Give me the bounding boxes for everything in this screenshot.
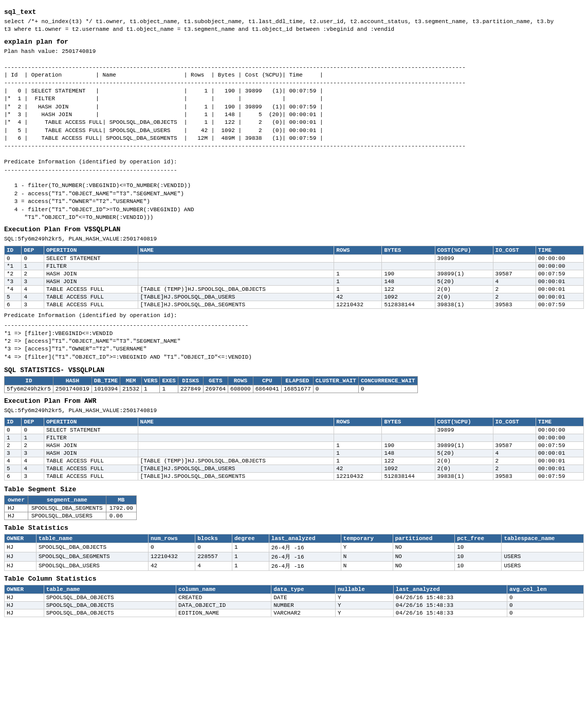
- col-stat-cell: 04/26/16 15:48:33: [393, 601, 507, 609]
- vsqlplan-pred-label: Predicate Information (identified by ope…: [4, 312, 584, 320]
- sql-stats-section: SQL STATISTICS- V$SQLPLAN IDHASHDB_TIMEM…: [4, 366, 584, 393]
- id-cell: 6: [5, 472, 22, 480]
- tbl-stat-cell: 10: [455, 552, 502, 561]
- id-cell: 0: [5, 254, 22, 262]
- name-cell: [138, 262, 334, 270]
- tbl-stat-cell: SPOOLSQL_DBA_SEGMENTS: [36, 552, 149, 561]
- dep-cell: 4: [22, 285, 44, 293]
- bytes-cell: 1092: [382, 293, 435, 301]
- vsqlplan-table: IDDEPOPERITIONNAMEROWSBYTESCOST(%CPU)IO_…: [4, 246, 584, 309]
- time-cell: 00:07:59: [536, 301, 583, 308]
- name-cell: [TABLE]HJ.SPOOLSQL_DBA_USERS: [138, 293, 334, 301]
- cost-cell: 2(0): [435, 465, 493, 472]
- cost-cell: 5(20): [435, 277, 493, 285]
- stat-cell: 1010394: [91, 385, 120, 393]
- column-header: OPERITION: [44, 246, 138, 254]
- vsqlplan-label: Execution Plan From V$SQLPLAN: [4, 226, 584, 233]
- vsqlplan-sql: SQL:5fy6m249h2kr5, PLAN_HASH_VALUE:25017…: [4, 235, 584, 243]
- seg-cell: 0.06: [106, 512, 136, 520]
- cost-cell: 39899(1): [435, 441, 493, 449]
- table-row: HJSPOOLSQL_DBA_OBJECTSEDITION_NAMEVARCHA…: [5, 609, 584, 617]
- column-header: ROWS: [334, 246, 382, 254]
- dep-cell: 0: [22, 426, 44, 434]
- rows-cell: 42: [334, 465, 382, 472]
- time-cell: 00:00:00: [536, 434, 583, 441]
- tbl-stat-cell: 10: [455, 543, 502, 552]
- io-cost-cell: 2: [493, 457, 536, 465]
- id-cell: *3: [5, 277, 22, 285]
- col-stat-cell: NUMBER: [271, 601, 336, 609]
- stat-cell: 0: [313, 385, 358, 393]
- column-header: degree: [232, 534, 269, 543]
- bytes-cell: 122: [382, 457, 435, 465]
- col-stats-table: OWNERtable_namecolumn_namedata_typenulla…: [4, 585, 584, 617]
- cost-cell: [435, 262, 493, 270]
- tbl-stat-cell: HJ: [5, 561, 36, 570]
- id-cell: 3: [5, 449, 22, 457]
- tbl-stats-table: OWNERtable_namenum_rowsblocksdegreelast_…: [4, 534, 584, 571]
- cost-cell: 39899: [435, 426, 493, 434]
- bytes-cell: 148: [382, 277, 435, 285]
- column-header: TIME: [536, 417, 583, 426]
- id-cell: 2: [5, 441, 22, 449]
- io-cost-cell: [493, 262, 536, 270]
- col-stat-cell: Y: [335, 601, 393, 609]
- stat-cell: 227849: [178, 385, 203, 393]
- cost-cell: 39899(1): [435, 270, 493, 277]
- column-header: column_name: [176, 585, 271, 594]
- col-stat-cell: VARCHAR2: [271, 609, 336, 617]
- tbl-stat-cell: 1: [232, 552, 269, 561]
- column-header: avg_col_len: [507, 585, 584, 594]
- col-stats-label: Table Column Statistics: [4, 575, 584, 583]
- col-stat-cell: SPOOLSQL_DBA_OBJECTS: [44, 609, 176, 617]
- seg-cell: SPOOLSQL_DBA_SEGMENTS: [28, 504, 106, 512]
- stat-cell: 6864041: [253, 385, 281, 393]
- column-header: CLUSTER_WAIT: [313, 377, 358, 385]
- op-cell: TABLE ACCESS FULL: [44, 465, 138, 472]
- awr-table: IDDEPOPERITIONNAMEROWSBYTESCOST(%CPU)IO_…: [4, 417, 584, 480]
- time-cell: 00:00:00: [536, 254, 583, 262]
- dep-cell: 3: [22, 472, 44, 480]
- op-cell: TABLE ACCESS FULL: [44, 293, 138, 301]
- column-header: ELAPSED: [281, 377, 313, 385]
- column-header: partitioned: [393, 534, 455, 543]
- table-row: *44TABLE ACCESS FULL[TABLE (TEMP)]HJ.SPO…: [5, 285, 584, 293]
- tbl-stat-cell: Y: [341, 543, 393, 552]
- seg-size-label: Table Segment Size: [4, 486, 584, 493]
- column-header: COST(%CPU): [435, 417, 493, 426]
- seg-cell: HJ: [5, 512, 28, 520]
- column-header: DB_TIME: [91, 377, 120, 385]
- col-stat-cell: Y: [335, 609, 393, 617]
- rows-cell: 1: [334, 285, 382, 293]
- awr-sql: SQL:5fy6m249h2kr5, PLAN_HASH_VALUE:25017…: [4, 407, 584, 415]
- awr-section: Execution Plan From AWR SQL:5fy6m249h2kr…: [4, 397, 584, 480]
- tbl-stat-cell: 10: [455, 561, 502, 570]
- column-header: num_rows: [148, 534, 195, 543]
- table-row: 00SELECT STATEMENT3989900:00:00: [5, 426, 584, 434]
- tbl-stat-cell: 42: [148, 561, 195, 570]
- tbl-stat-cell: N: [341, 552, 393, 561]
- io-cost-cell: 4: [493, 277, 536, 285]
- rows-cell: 1: [334, 449, 382, 457]
- tbl-stat-cell: 26-4月 -16: [269, 543, 341, 552]
- stat-cell: 16851677: [281, 385, 313, 393]
- bytes-cell: 148: [382, 449, 435, 457]
- column-header: ROWS: [228, 377, 253, 385]
- col-stat-cell: SPOOLSQL_DBA_OBJECTS: [44, 601, 176, 609]
- bytes-cell: 1092: [382, 465, 435, 472]
- column-header: GETS: [203, 377, 228, 385]
- column-header: IO_COST: [493, 246, 536, 254]
- seg-cell: 1792.00: [106, 504, 136, 512]
- bytes-cell: [382, 426, 435, 434]
- id-cell: 4: [5, 457, 22, 465]
- stat-cell: 21532: [120, 385, 142, 393]
- column-header: MB: [106, 495, 136, 504]
- column-header: table_name: [36, 534, 149, 543]
- rows-cell: 1: [334, 457, 382, 465]
- col-stat-cell: DATE: [271, 594, 336, 601]
- name-cell: [TABLE]HJ.SPOOLSQL_DBA_SEGMENTS: [138, 301, 334, 308]
- name-cell: [138, 434, 334, 441]
- io-cost-cell: 39583: [493, 301, 536, 308]
- tbl-stat-cell: NO: [393, 561, 455, 570]
- cost-cell: 39838(1): [435, 472, 493, 480]
